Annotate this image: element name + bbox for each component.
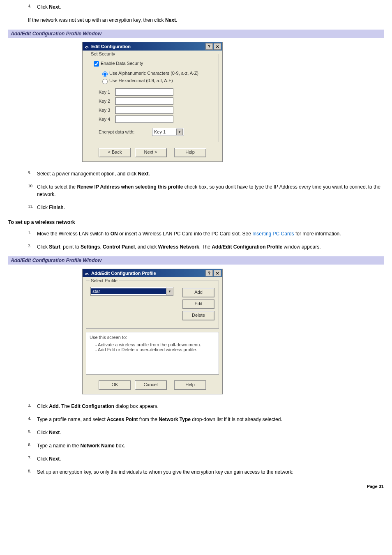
setup-step-6: 6. Type a name in the Network Name box. xyxy=(28,442,384,449)
alphanumeric-label: Use Alphanumeric Characters (0-9, a-z, A… xyxy=(109,71,198,76)
titlebar: Edit Configuration ? ✕ xyxy=(83,42,222,51)
key2-input[interactable] xyxy=(115,97,173,105)
close-button[interactable]: ✕ xyxy=(214,270,221,276)
setup-step-3: 3. Click Add. The Edit Configuration dia… xyxy=(28,403,384,410)
add-edit-profile-dialog: Add/Edit Configuration Profile ? ✕ Selec… xyxy=(82,269,223,394)
delete-button[interactable]: Delete xyxy=(182,311,214,320)
back-button[interactable]: < Back xyxy=(99,148,131,157)
instructions-heading: Use this screen to: xyxy=(90,335,215,340)
step-number: 4. xyxy=(28,3,37,8)
ok-button[interactable]: OK xyxy=(99,380,131,390)
setup-step-2: 2. Click Start, point to Settings, Contr… xyxy=(28,243,384,251)
instruction-1: - Activate a wireless profile from the p… xyxy=(95,342,215,347)
step-4: 4. Click Next. xyxy=(28,3,384,11)
titlebar: Add/Edit Configuration Profile ? ✕ xyxy=(83,269,222,277)
group-legend: Set Security xyxy=(90,51,116,56)
section-heading-edit-config: Add/Edit Configuration Profile Window xyxy=(8,30,384,38)
key1-label: Key 1 xyxy=(99,90,115,94)
group-legend: Select Profile xyxy=(90,278,119,283)
enable-data-security-checkbox[interactable] xyxy=(94,61,99,67)
edit-button[interactable]: Edit xyxy=(182,299,214,309)
close-button[interactable]: ✕ xyxy=(214,43,221,50)
setup-step-1: 1. Move the Wireless LAN switch to ON or… xyxy=(28,230,384,237)
svg-point-0 xyxy=(86,48,87,48)
setup-step-5: 5. Click Next. xyxy=(28,429,384,436)
cancel-button[interactable]: Cancel xyxy=(135,380,167,390)
subheading-setup-wireless: To set up a wireless network xyxy=(8,219,384,225)
page-number: Page 31 xyxy=(8,484,384,489)
edit-configuration-dialog: Edit Configuration ? ✕ Set Security Enab… xyxy=(82,42,223,162)
alphanumeric-radio[interactable] xyxy=(102,71,108,77)
key4-input[interactable] xyxy=(115,115,173,123)
hexadecimal-radio[interactable] xyxy=(102,79,108,84)
inserting-pc-cards-link[interactable]: Inserting PC Cards xyxy=(252,231,294,237)
step-4-note: If the network was not set up with an en… xyxy=(28,16,384,24)
svg-point-1 xyxy=(86,274,87,275)
dialog-title: Add/Edit Configuration Profile xyxy=(91,271,205,276)
step-11: 11. Click Finish. xyxy=(28,204,384,211)
set-security-group: Set Security Enable Data Security Use Al… xyxy=(86,54,219,142)
chevron-down-icon: ▼ xyxy=(166,288,173,295)
key2-label: Key 2 xyxy=(99,99,115,104)
add-button[interactable]: Add xyxy=(182,288,214,297)
key3-input[interactable] xyxy=(115,106,173,114)
profile-select[interactable]: star ▼ xyxy=(90,287,173,296)
setup-step-4: 4. Type a profile name, and select Acces… xyxy=(28,416,384,423)
step-10: 10. Click to select the Renew IP Address… xyxy=(28,183,384,198)
key1-input[interactable] xyxy=(115,88,173,96)
hexadecimal-label: Use Hexadecimal (0-9, a-f, A-F) xyxy=(109,78,173,83)
encrypt-key-select[interactable]: Key 1 ▼ xyxy=(152,128,184,136)
instruction-2: - Add Edit or Delete a user-defined wire… xyxy=(95,347,215,352)
next-button[interactable]: Next > xyxy=(135,148,167,157)
key3-label: Key 3 xyxy=(99,108,115,113)
step-text: Click Next. xyxy=(37,3,384,11)
help-button[interactable]: Help xyxy=(174,148,206,157)
enable-data-security-label: Enable Data Security xyxy=(101,61,143,66)
key4-label: Key 4 xyxy=(99,117,115,122)
step-9: 9. Select a power management option, and… xyxy=(28,170,384,177)
help-button[interactable]: ? xyxy=(205,270,213,276)
help-button[interactable]: Help xyxy=(174,380,206,390)
chevron-down-icon: ▼ xyxy=(176,129,183,135)
setup-step-7: 7. Click Next. xyxy=(28,455,384,463)
dialog-title: Edit Configuration xyxy=(91,44,205,49)
setup-step-8: 8. Set up an encryption key, so only the… xyxy=(28,468,384,476)
section-heading-add-edit-profile: Add/Edit Configuration Profile Window xyxy=(8,256,384,265)
encrypt-with-label: Encrypt data with: xyxy=(99,129,152,134)
help-button[interactable]: ? xyxy=(205,43,213,50)
select-profile-group: Select Profile star ▼ Add Edit Delete xyxy=(86,281,219,329)
wireless-icon xyxy=(84,270,90,276)
wireless-icon xyxy=(84,44,90,49)
instructions-box: Use this screen to: - Activate a wireles… xyxy=(86,332,219,375)
